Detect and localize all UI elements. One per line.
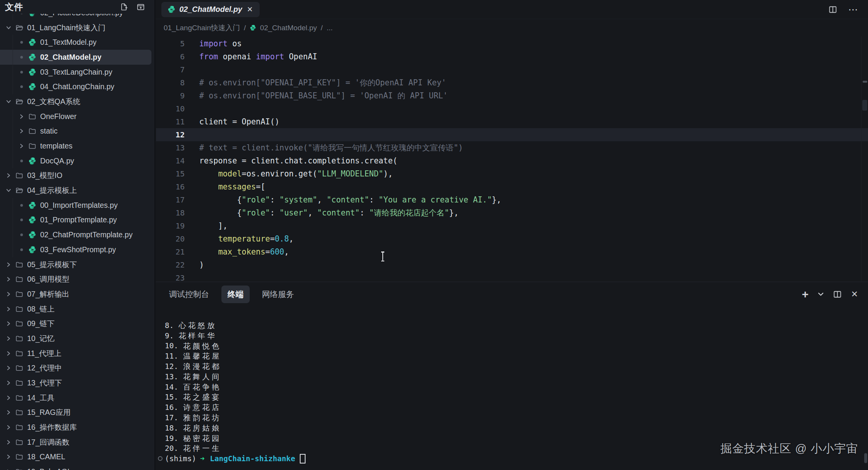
tree-item-label: OneFlower — [40, 112, 76, 121]
tree-item-folder[interactable]: 09_链下 — [0, 316, 154, 331]
breadcrumb: 01_LangChain快速入门 / 02_ChatModel.py / ... — [156, 19, 868, 36]
tree-item-folder[interactable]: 11_代理上 — [0, 346, 154, 361]
tree-item-folder[interactable]: 08_链上 — [0, 302, 154, 317]
tab-02-chatmodel[interactable]: 02_ChatModel.py ✕ — [161, 2, 260, 17]
tree-item-file[interactable]: 04_ChatLongChain.py — [0, 79, 154, 94]
chevron-right-icon[interactable] — [5, 350, 11, 356]
breadcrumb-symbol[interactable]: ... — [327, 24, 333, 32]
breadcrumb-file[interactable]: 02_ChatModel.py — [260, 24, 317, 32]
tree-item-folder[interactable]: 04_提示模板上 — [0, 183, 154, 198]
chevron-right-icon[interactable] — [5, 261, 11, 268]
tree-item-label: 01_TextModel.py — [40, 38, 96, 47]
tree-item-folder[interactable]: 12_代理中 — [0, 361, 154, 376]
chevron-right-icon[interactable] — [5, 380, 11, 386]
tree-item-folder[interactable]: 10_记忆 — [0, 331, 154, 346]
tree-item-label: 02_文档QA系统 — [27, 96, 80, 107]
tree-item-file[interactable]: DocQA.py — [0, 153, 154, 168]
chevron-down-icon[interactable] — [5, 188, 11, 194]
prompt-arrow-icon: ➜ — [200, 454, 205, 463]
chevron-right-icon[interactable] — [5, 321, 11, 327]
tree-item-folder[interactable]: 14_工具 — [0, 390, 154, 405]
split-panel-icon[interactable] — [833, 290, 842, 299]
chevron-right-icon[interactable] — [5, 469, 11, 470]
new-terminal-icon[interactable]: + — [802, 290, 809, 298]
tree-item-file[interactable]: 01_PromptTemplate.py — [0, 213, 154, 228]
tree-item-folder[interactable]: OneFlower — [0, 109, 154, 124]
chevron-right-icon[interactable] — [5, 454, 11, 460]
tree-item-folder[interactable]: 15_RAG应用 — [0, 405, 154, 420]
chevron-right-icon[interactable] — [18, 128, 24, 134]
python-icon — [28, 68, 36, 76]
panel-tab[interactable]: 调试控制台 — [163, 286, 215, 303]
chevron-right-icon[interactable] — [5, 395, 11, 401]
tree-item-folder[interactable]: 05_提示模板下 — [0, 257, 154, 272]
tree-item-folder[interactable]: 07_解析输出 — [0, 287, 154, 302]
code-line: 8# os.environ["OPENAI_API_KEY"] = '你的Ope… — [156, 76, 868, 89]
chevron-right-icon[interactable] — [5, 291, 11, 297]
editor-scrollbar[interactable] — [861, 36, 868, 281]
split-editor-icon[interactable] — [828, 5, 837, 14]
tree-item-file[interactable]: 01_TextModel.py — [0, 35, 154, 50]
chevron-right-icon[interactable] — [18, 143, 24, 149]
tree-item-folder[interactable]: 02_文档QA系统 — [0, 94, 154, 109]
folder-icon — [28, 113, 36, 121]
tree-item-folder[interactable]: 19_BabyAGI — [0, 464, 154, 470]
git-modified-dot-icon — [18, 84, 24, 90]
folder-icon — [28, 142, 36, 150]
python-icon — [28, 201, 36, 209]
tree-item-file[interactable]: 00_ImportTemplates.py — [0, 198, 154, 213]
panel-scrollbar-thumb[interactable] — [864, 453, 867, 463]
chevron-right-icon[interactable] — [5, 276, 11, 282]
folder-icon — [15, 453, 23, 461]
code-line: 14response = client.chat.completions.cre… — [156, 154, 868, 167]
tree-item-folder[interactable]: static — [0, 124, 154, 139]
chevron-right-icon[interactable] — [5, 335, 11, 341]
tree-item-label: 18_CAMEL — [27, 452, 65, 461]
tree-item-folder[interactable]: 01_LangChain快速入门 — [0, 20, 154, 35]
folder-icon — [15, 171, 23, 180]
chevron-right-icon[interactable] — [5, 410, 11, 416]
chevron-down-icon[interactable] — [818, 292, 824, 296]
close-panel-icon[interactable]: ✕ — [851, 289, 858, 299]
folder-icon — [15, 275, 23, 283]
chevron-right-icon[interactable] — [5, 173, 11, 179]
tree-item-file[interactable]: 03_TextLangChain.py — [0, 65, 154, 80]
tree-item-folder[interactable]: 06_调用模型 — [0, 272, 154, 287]
git-modified-dot-icon — [18, 39, 24, 46]
panel-tab[interactable]: 网络服务 — [256, 286, 300, 303]
scrollbar-thumb[interactable] — [862, 100, 867, 111]
python-icon — [28, 231, 36, 239]
tree-item-label: 16_操作数据库 — [27, 422, 77, 432]
chevron-right-icon[interactable] — [5, 365, 11, 371]
chevron-down-icon[interactable] — [5, 98, 11, 104]
code-line: 18 {"role": "user", "content": "请给我的花店起个… — [156, 206, 868, 219]
mouse-ibeam-cursor — [381, 251, 385, 261]
tree-item-folder[interactable]: 18_CAMEL — [0, 450, 154, 465]
code-editor[interactable]: 5import os6from openai import OpenAI78# … — [156, 36, 868, 281]
chevron-right-icon[interactable] — [18, 113, 24, 119]
tree-item-file[interactable]: 02_ChatModel.py — [0, 50, 151, 65]
ide-window: 02_PictureDescription.py01_LangChain快速入门… — [0, 0, 868, 470]
chevron-right-icon[interactable] — [5, 306, 11, 312]
chevron-right-icon[interactable] — [5, 439, 11, 445]
more-actions-icon[interactable]: ⋯ — [848, 8, 859, 11]
line-number: 20 — [156, 234, 185, 243]
panel-tab-active[interactable]: 终端 — [221, 286, 250, 303]
chevron-right-icon[interactable] — [5, 424, 11, 431]
close-tab-icon[interactable]: ✕ — [246, 5, 254, 14]
chevron-down-icon[interactable] — [5, 24, 11, 31]
tree-item-folder[interactable]: 16_操作数据库 — [0, 420, 154, 435]
tree-item-folder[interactable]: templates — [0, 139, 154, 153]
editor-area: 02_ChatModel.py ✕ ⋯ 01_LangChain快速入门 / 0… — [156, 0, 868, 470]
tab-label: 02_ChatModel.py — [179, 5, 242, 14]
folder-icon — [28, 127, 36, 135]
line-number: 17 — [156, 195, 185, 204]
tree-item-folder[interactable]: 13_代理下 — [0, 375, 154, 390]
tree-item-folder[interactable]: 17_回调函数 — [0, 435, 154, 450]
tree-item-file[interactable]: 02_ChatPromptTemplate.py — [0, 227, 154, 242]
breadcrumb-folder[interactable]: 01_LangChain快速入门 — [164, 23, 240, 33]
new-folder-icon[interactable] — [136, 2, 145, 11]
new-file-icon[interactable] — [119, 2, 128, 11]
tree-item-file[interactable]: 03_FewShotPrompt.py — [0, 242, 154, 257]
tree-item-folder[interactable]: 03_模型IO — [0, 168, 154, 183]
